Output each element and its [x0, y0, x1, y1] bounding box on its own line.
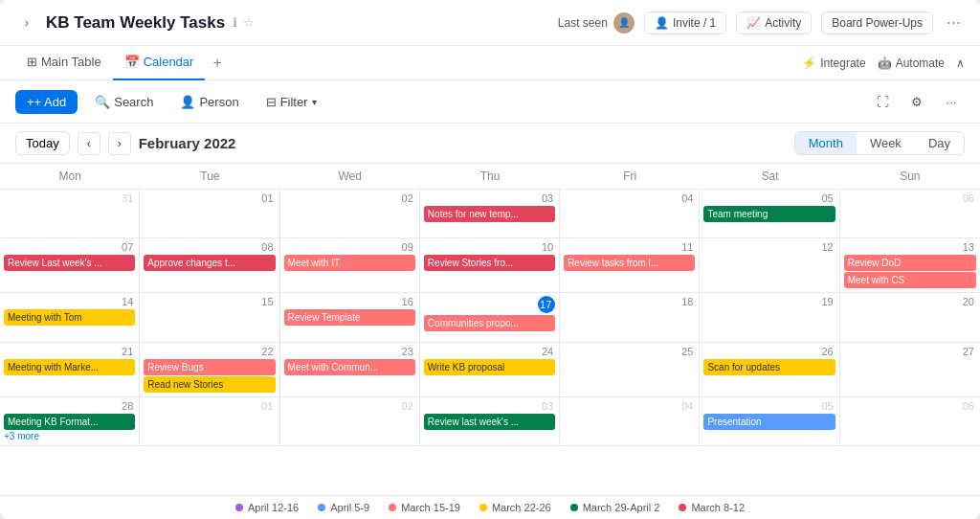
last-seen-label: Last seen 👤 [558, 12, 635, 34]
tab-main-table[interactable]: ⊞ Main Table [15, 46, 113, 80]
cal-cell[interactable]: 10Review Stories fro... [420, 238, 560, 292]
calendar-event[interactable]: Presentation [703, 414, 835, 430]
fullscreen-button[interactable]: ⛶ [869, 88, 896, 115]
cal-cell[interactable]: 01 [140, 190, 279, 237]
cal-cell[interactable]: 04 [560, 190, 700, 237]
cal-cell[interactable]: 02 [280, 397, 420, 445]
legend-item: March 29-April 2 [570, 502, 660, 513]
calendar-event[interactable]: Review tasks from l... [564, 255, 695, 271]
add-view-button[interactable]: + [205, 55, 229, 72]
calendar-event[interactable]: Meet with Commun... [284, 359, 415, 375]
more-events-link[interactable]: +3 more [4, 431, 135, 441]
legend-label: March 22-26 [492, 502, 551, 513]
cal-cell[interactable]: 09Meet with IT [280, 238, 420, 292]
calendar-event[interactable]: Meet with IT [284, 255, 415, 271]
calendar-event[interactable]: Approve changes t... [144, 255, 275, 271]
cal-date-number: 06 [844, 192, 976, 204]
toolbar-more-button[interactable]: ··· [938, 88, 965, 115]
cal-cell[interactable]: 28Meeting KB Format...+3 more [0, 397, 140, 445]
calendar-event[interactable]: Meeting with Tom [4, 309, 135, 326]
cal-cell[interactable]: 08Approve changes t... [140, 238, 279, 292]
cal-cell[interactable]: 11Review tasks from l... [560, 238, 700, 292]
week-row-0: 31010203Notes for new temp...0405Team me… [0, 190, 980, 238]
legend: April 12-16April 5-9March 15-19March 22-… [0, 495, 980, 519]
calendar-event[interactable]: Review last week's ... [424, 414, 555, 430]
invite-button[interactable]: 👤 Invite / 1 [644, 11, 726, 34]
integrate-icon: ⚡ [802, 56, 816, 70]
cal-cell[interactable]: 04 [560, 397, 700, 445]
cal-cell[interactable]: 06 [840, 190, 980, 237]
filter-button[interactable]: ⊟ Filter ▾ [256, 90, 326, 114]
cal-cell[interactable]: 15 [140, 293, 279, 341]
cal-cell[interactable]: 05Team meeting [700, 190, 839, 237]
cal-cell[interactable]: 26Scan for updates [700, 343, 839, 396]
today-button[interactable]: Today [15, 131, 70, 155]
board-powerups-button[interactable]: Board Power-Ups [821, 11, 933, 34]
cal-cell[interactable]: 01 [140, 397, 279, 445]
cal-cell[interactable]: 31 [0, 190, 140, 237]
cal-cell[interactable]: 23Meet with Commun... [280, 343, 420, 396]
prev-month-button[interactable]: ‹ [78, 132, 100, 155]
sidebar-toggle[interactable]: › [15, 11, 38, 34]
cal-cell[interactable]: 19 [700, 293, 839, 341]
calendar-event[interactable]: Review Stories fro... [424, 255, 555, 271]
calendar-event[interactable]: Notes for new temp... [424, 206, 555, 222]
cal-cell[interactable]: 22Review BugsRead new Stories [140, 343, 279, 396]
cal-cell[interactable]: 20 [840, 293, 980, 341]
collapse-button[interactable]: ∧ [956, 56, 965, 70]
automate-button[interactable]: 🤖 Automate [878, 56, 945, 70]
cal-cell[interactable]: 13Review DoDMeet with CS [840, 238, 980, 292]
cal-cell[interactable]: 03Notes for new temp... [420, 190, 560, 237]
calendar-event[interactable]: Meeting KB Format... [4, 414, 135, 430]
legend-label: March 15-19 [401, 502, 460, 513]
cal-cell[interactable]: 12 [700, 238, 839, 292]
calendar-event[interactable]: Meet with CS [844, 272, 976, 288]
legend-dot [479, 504, 487, 511]
cal-cell[interactable]: 03Review last week's ... [420, 397, 560, 445]
tab-calendar[interactable]: 📅 Calendar [113, 46, 206, 80]
week-view-button[interactable]: Week [857, 132, 915, 154]
cal-cell[interactable]: 18 [560, 293, 700, 341]
cal-cell[interactable]: 14Meeting with Tom [0, 293, 140, 341]
calendar-event[interactable]: Read new Stories [144, 376, 275, 393]
legend-item: March 8-12 [679, 502, 745, 513]
cal-cell[interactable]: 05Presentation [700, 397, 839, 445]
cal-date-number: 17 [538, 296, 555, 313]
search-button[interactable]: 🔍 Search [85, 90, 163, 114]
cal-cell[interactable]: 16Review Template [280, 293, 420, 341]
month-view-button[interactable]: Month [795, 132, 857, 154]
search-icon: 🔍 [95, 95, 110, 109]
calendar-event[interactable]: Scan for updates [703, 359, 835, 375]
calendar-event[interactable]: Write KB proposal [424, 359, 555, 375]
next-month-button[interactable]: › [108, 132, 131, 155]
legend-item: March 15-19 [389, 502, 460, 513]
calendar-event[interactable]: Review Template [284, 309, 415, 326]
calendar-event[interactable]: Meeting with Marke... [4, 359, 135, 375]
calendar-event[interactable]: Review Bugs [144, 359, 275, 375]
calendar-event[interactable]: Communities propo... [424, 315, 555, 331]
star-icon[interactable]: ☆ [243, 15, 255, 30]
integrate-button[interactable]: ⚡ Integrate [802, 56, 865, 70]
cal-date-number: 13 [844, 241, 976, 253]
cal-cell[interactable]: 27 [840, 343, 980, 396]
info-icon: ℹ [233, 15, 237, 30]
calendar-event[interactable]: Team meeting [703, 206, 835, 222]
activity-button[interactable]: 📈 Activity [736, 11, 812, 34]
day-view-button[interactable]: Day [915, 132, 964, 154]
add-button[interactable]: + + Add [15, 90, 78, 114]
settings-button[interactable]: ⚙ [903, 88, 930, 115]
cal-cell[interactable]: 06 [840, 397, 980, 445]
legend-item: April 12-16 [235, 502, 299, 513]
cal-cell[interactable]: 21Meeting with Marke... [0, 343, 140, 396]
cal-cell[interactable]: 25 [560, 343, 700, 396]
day-header-thu: Thu [420, 164, 560, 189]
cal-cell[interactable]: 24Write KB proposal [420, 343, 560, 396]
person-filter-button[interactable]: 👤 Person [170, 90, 248, 114]
activity-icon: 📈 [746, 16, 761, 30]
calendar-event[interactable]: Review Last week's ... [4, 255, 135, 271]
calendar-event[interactable]: Review DoD [844, 255, 976, 271]
header-more-button[interactable]: ··· [943, 11, 965, 34]
cal-cell[interactable]: 17Communities propo... [420, 293, 560, 341]
cal-cell[interactable]: 07Review Last week's ... [0, 238, 140, 292]
cal-cell[interactable]: 02 [280, 190, 420, 237]
